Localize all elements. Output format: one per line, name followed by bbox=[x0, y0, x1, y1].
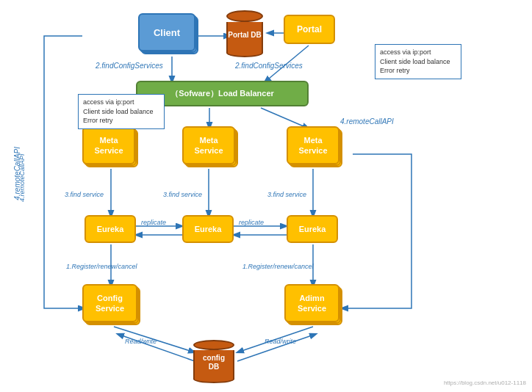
read-write-2-label: Read/write bbox=[265, 338, 296, 345]
remote-call-left-vertical: 4.remoteCallAPI bbox=[13, 147, 21, 200]
client-node: Client bbox=[138, 13, 195, 51]
find-service-2-label: 3.find service bbox=[163, 191, 202, 198]
client-label: Client bbox=[154, 27, 180, 38]
eureka-2-label: Eureka bbox=[195, 225, 222, 233]
meta-service-2-node: MetaService bbox=[182, 126, 235, 164]
admin-service-node: AdimnService bbox=[284, 284, 339, 322]
eureka-2-node: Eureka bbox=[182, 215, 234, 243]
left-tooltip-line2: Client side load balance bbox=[83, 107, 159, 117]
left-tooltip-line3: Error retry bbox=[83, 116, 159, 126]
right-tooltip: access via ip:port Client side load bala… bbox=[375, 44, 461, 79]
meta-service-2-label: MetaService bbox=[194, 135, 223, 156]
right-tooltip-line3: Error retry bbox=[380, 66, 456, 76]
meta-service-3-node: MetaService bbox=[287, 126, 339, 164]
replicate-2-label: replicate bbox=[239, 219, 264, 226]
eureka-3-node: Eureka bbox=[287, 215, 338, 243]
find-config-2-label: 2.findConfigServices bbox=[235, 62, 303, 70]
right-tooltip-line1: access via ip:port bbox=[380, 48, 456, 57]
meta-service-1-label: MetaService bbox=[94, 135, 123, 156]
find-config-1-label: 2.findConfigServices bbox=[96, 62, 163, 70]
portal-label: Portal bbox=[297, 24, 322, 35]
find-service-1-label: 3.find service bbox=[65, 191, 104, 198]
config-db-node: configDB bbox=[193, 340, 234, 383]
svg-line-6 bbox=[261, 108, 309, 128]
meta-service-3-label: MetaService bbox=[298, 135, 327, 156]
right-tooltip-line2: Client side load balance bbox=[380, 57, 456, 67]
portal-node: Portal bbox=[284, 15, 335, 44]
replicate-1-label: replicate bbox=[141, 219, 166, 226]
left-tooltip: access via ip:port Client side load bala… bbox=[78, 94, 165, 129]
config-service-label: ConfigService bbox=[96, 293, 124, 314]
watermark: https://blog.csdn.net/u012-1118 bbox=[444, 380, 526, 386]
load-balancer-label: （Sofware）Load Balancer bbox=[170, 88, 274, 99]
config-service-node: ConfigService bbox=[82, 284, 137, 322]
eureka-1-label: Eureka bbox=[97, 225, 124, 233]
eureka-1-node: Eureka bbox=[85, 215, 136, 243]
admin-service-label: AdimnService bbox=[298, 293, 326, 314]
eureka-3-label: Eureka bbox=[299, 225, 326, 233]
register-1-label: 1.Register/renew/cancel bbox=[66, 263, 137, 270]
remote-call-2-label: 4.remoteCallAPI bbox=[340, 117, 394, 126]
find-service-3-label: 3.find service bbox=[267, 191, 306, 198]
left-tooltip-line1: access via ip:port bbox=[83, 98, 159, 107]
portal-db-label: Portal DB bbox=[228, 31, 262, 40]
meta-service-1-node: MetaService bbox=[82, 126, 135, 164]
read-write-1-label: Read/write bbox=[125, 338, 157, 345]
config-db-label: configDB bbox=[203, 354, 225, 371]
portal-db-node: Portal DB bbox=[226, 10, 263, 57]
diagram-container: Client Portal DB Portal （Sofware）Load Ba… bbox=[0, 0, 532, 392]
register-2-label: 1.Register/renew/cancel bbox=[242, 263, 314, 270]
